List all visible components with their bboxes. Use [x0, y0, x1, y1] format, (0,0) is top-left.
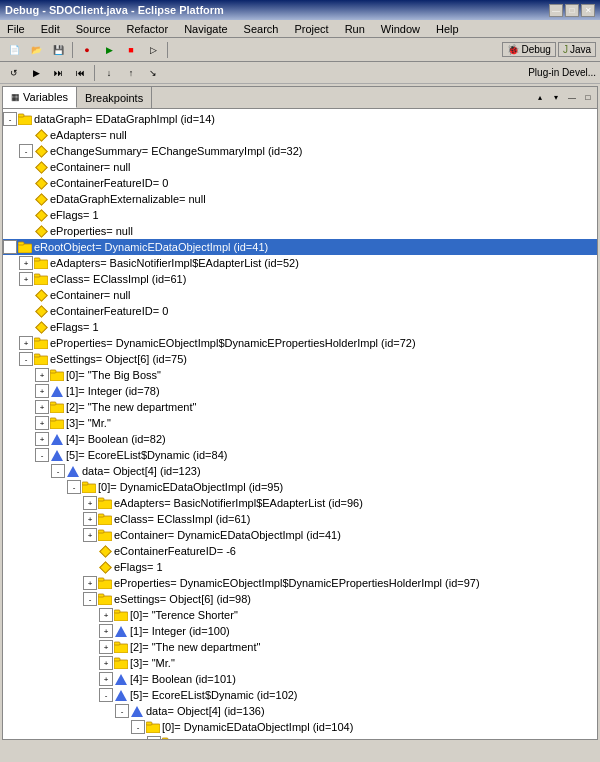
maximize-panel-button[interactable]: □ — [581, 91, 595, 105]
tree-node[interactable]: eAdapters= null — [3, 127, 597, 143]
tree-node[interactable]: + [3]= "Mr." — [3, 655, 597, 671]
tab-breakpoints[interactable]: Breakpoints — [77, 87, 152, 108]
expand-icon[interactable]: + — [35, 432, 49, 446]
save-button[interactable]: 💾 — [48, 41, 68, 59]
expand-icon[interactable]: + — [147, 736, 161, 739]
tree-node[interactable]: eContainer= null — [3, 159, 597, 175]
tree-node[interactable]: eContainerFeatureID= 0 — [3, 303, 597, 319]
maximize-button[interactable]: □ — [565, 4, 579, 17]
expand-icon[interactable]: - — [19, 352, 33, 366]
tree-node[interactable]: + eContainer= DynamicEDataObjectImpl (id… — [3, 527, 597, 543]
tab-variables[interactable]: ▦ Variables — [3, 87, 77, 108]
tree-node[interactable]: eDataGraphExternalizable= null — [3, 191, 597, 207]
tree-node[interactable]: +[4]= Boolean (id=82) — [3, 431, 597, 447]
tree-node[interactable]: -data= Object[4] (id=136) — [3, 703, 597, 719]
expand-icon[interactable]: + — [19, 256, 33, 270]
debug-button[interactable]: ● — [77, 41, 97, 59]
tree-node[interactable]: + eAdapters= BasicNotifierImpl$EAdapterL… — [3, 495, 597, 511]
tree-node[interactable]: eFlags= 1 — [3, 559, 597, 575]
expand-icon[interactable]: + — [99, 640, 113, 654]
tree-node[interactable]: + [2]= "The new department" — [3, 639, 597, 655]
tree-node[interactable]: eProperties= null — [3, 223, 597, 239]
tree-node[interactable]: +[4]= Boolean (id=101) — [3, 671, 597, 687]
run-button[interactable]: ▶ — [99, 41, 119, 59]
tree-node[interactable]: - eRootObject= DynamicEDataObjectImpl (i… — [3, 239, 597, 255]
tb2-btn5[interactable]: ↓ — [99, 64, 119, 82]
tree-node[interactable]: + [0]= "The Big Boss" — [3, 367, 597, 383]
tree-node[interactable]: - [0]= DynamicEDataObjectImpl (id=104) — [3, 719, 597, 735]
menu-edit[interactable]: Edit — [38, 22, 63, 36]
variables-tree[interactable]: - dataGraph= EDataGraphImpl (id=14)eAdap… — [3, 109, 597, 739]
expand-icon[interactable]: + — [83, 496, 97, 510]
expand-icon[interactable]: + — [83, 512, 97, 526]
expand-icon[interactable]: - — [131, 720, 145, 734]
toolbar-btn-4[interactable]: ▷ — [143, 41, 163, 59]
menu-search[interactable]: Search — [241, 22, 282, 36]
tree-node[interactable]: - eSettings= Object[6] (id=98) — [3, 591, 597, 607]
tree-node[interactable]: -[5]= EcoreEList$Dynamic (id=84) — [3, 447, 597, 463]
tree-node[interactable]: + [0]= "Terence Shorter" — [3, 607, 597, 623]
open-button[interactable]: 📂 — [26, 41, 46, 59]
expand-icon[interactable]: - — [19, 144, 33, 158]
tree-node[interactable]: + [3]= "Mr." — [3, 415, 597, 431]
stop-button[interactable]: ■ — [121, 41, 141, 59]
new-button[interactable]: 📄 — [4, 41, 24, 59]
expand-icon[interactable]: - — [3, 112, 17, 126]
tb2-btn1[interactable]: ↺ — [4, 64, 24, 82]
tree-node[interactable]: + eProperties= DynamicEObjectImpl$Dynami… — [3, 335, 597, 351]
expand-icon[interactable]: - — [115, 704, 129, 718]
tree-node[interactable]: - [0]= DynamicEDataObjectImpl (id=95) — [3, 479, 597, 495]
expand-icon[interactable]: + — [83, 528, 97, 542]
tree-node[interactable]: - dataGraph= EDataGraphImpl (id=14) — [3, 111, 597, 127]
menu-run[interactable]: Run — [342, 22, 368, 36]
minimize-button[interactable]: — — [549, 4, 563, 17]
expand-icon[interactable]: + — [99, 672, 113, 686]
tree-node[interactable]: + eAdapters= BasicNotifierImpl$EAdapterL… — [3, 255, 597, 271]
menu-window[interactable]: Window — [378, 22, 423, 36]
menu-project[interactable]: Project — [291, 22, 331, 36]
tree-node[interactable]: +[1]= Integer (id=100) — [3, 623, 597, 639]
tree-node[interactable]: + [2]= "The new department" — [3, 399, 597, 415]
menu-navigate[interactable]: Navigate — [181, 22, 230, 36]
tb2-btn2[interactable]: ▶ — [26, 64, 46, 82]
view-menu-button[interactable]: ▾ — [549, 91, 563, 105]
expand-icon[interactable]: + — [19, 272, 33, 286]
collapse-all-button[interactable]: ▴ — [533, 91, 547, 105]
expand-icon[interactable]: + — [83, 576, 97, 590]
tree-node[interactable]: + eAdapters= BasicNotifierImpl$EAdapterL… — [3, 735, 597, 739]
tree-node[interactable]: + eProperties= DynamicEObjectImpl$Dynami… — [3, 575, 597, 591]
minimize-panel-button[interactable]: — — [565, 91, 579, 105]
expand-icon[interactable]: + — [35, 384, 49, 398]
menu-refactor[interactable]: Refactor — [124, 22, 172, 36]
tree-node[interactable]: + eClass= EClassImpl (id=61) — [3, 271, 597, 287]
expand-icon[interactable]: + — [35, 416, 49, 430]
tree-node[interactable]: eFlags= 1 — [3, 207, 597, 223]
tb2-btn4[interactable]: ⏮ — [70, 64, 90, 82]
expand-icon[interactable]: + — [35, 368, 49, 382]
tree-node[interactable]: + eClass= EClassImpl (id=61) — [3, 511, 597, 527]
menu-help[interactable]: Help — [433, 22, 462, 36]
tree-node[interactable]: -data= Object[4] (id=123) — [3, 463, 597, 479]
tree-node[interactable]: -[5]= EcoreEList$Dynamic (id=102) — [3, 687, 597, 703]
expand-icon[interactable]: + — [99, 608, 113, 622]
tree-node[interactable]: -eChangeSummary= EChangeSummaryImpl (id=… — [3, 143, 597, 159]
tb2-btn6[interactable]: ↑ — [121, 64, 141, 82]
debug-perspective-btn[interactable]: 🐞 Debug — [502, 42, 555, 57]
expand-icon[interactable]: + — [99, 624, 113, 638]
tree-node[interactable]: eContainer= null — [3, 287, 597, 303]
expand-icon[interactable]: - — [83, 592, 97, 606]
close-button[interactable]: ✕ — [581, 4, 595, 17]
expand-icon[interactable]: + — [19, 336, 33, 350]
expand-icon[interactable]: - — [99, 688, 113, 702]
tree-node[interactable]: eFlags= 1 — [3, 319, 597, 335]
menu-file[interactable]: File — [4, 22, 28, 36]
tb2-btn3[interactable]: ⏭ — [48, 64, 68, 82]
tree-node[interactable]: eContainerFeatureID= 0 — [3, 175, 597, 191]
tree-node[interactable]: - eSettings= Object[6] (id=75) — [3, 351, 597, 367]
expand-icon[interactable]: + — [99, 656, 113, 670]
menu-source[interactable]: Source — [73, 22, 114, 36]
tree-node[interactable]: +[1]= Integer (id=78) — [3, 383, 597, 399]
expand-icon[interactable]: - — [67, 480, 81, 494]
expand-icon[interactable]: - — [35, 448, 49, 462]
expand-icon[interactable]: - — [3, 240, 17, 254]
